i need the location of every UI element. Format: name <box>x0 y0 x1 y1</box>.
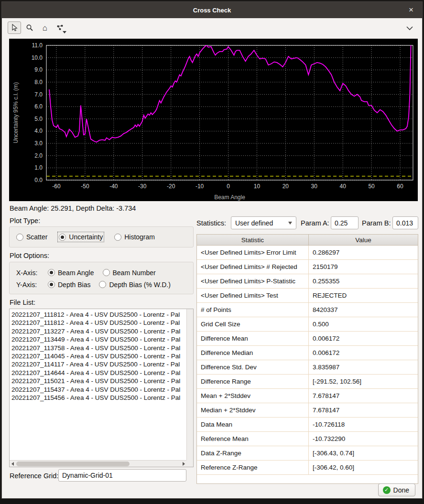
home-icon: ⌂ <box>43 24 47 32</box>
param-a-label: Param A: <box>301 219 329 227</box>
value-cell: 0.286297 <box>309 246 418 259</box>
file-list-item[interactable]: 20221207_114644 - Area 4 - USV DUS2500 -… <box>11 369 186 377</box>
plot-type-label: Plot Type: <box>10 217 40 225</box>
file-list-horizontal-scrollbar[interactable] <box>10 460 186 467</box>
svg-text:-60: -60 <box>52 183 61 190</box>
dropdown-arrow-icon <box>288 222 292 225</box>
value-cell: [-306.43, 0.74] <box>309 446 418 460</box>
file-list-item[interactable]: 20221207_114117 - Area 4 - USV DUS2500 -… <box>11 360 186 368</box>
plot-type-option-histogram[interactable]: Histogram <box>114 233 155 241</box>
value-cell: [-306.42, 0.60] <box>309 461 418 474</box>
statistics-table: Statistic Value <User Defined Limits> Er… <box>196 234 418 484</box>
svg-text:20: 20 <box>283 183 289 190</box>
plot-settings-tool-button[interactable] <box>54 21 67 34</box>
value-cell: REJECTED <box>309 289 418 302</box>
file-list-item[interactable]: 20221207_115021 - Area 4 - USV DUS2500 -… <box>11 377 186 385</box>
statistic-cell: # of Points <box>197 303 309 317</box>
table-row: Difference Range[-291.52, 102.56] <box>197 375 418 389</box>
table-row: <User Defined Limits> P-Statistic0.25535… <box>197 274 418 289</box>
statistic-cell: Difference Range <box>197 375 309 388</box>
y-axis-label: Y-Axis: <box>16 281 40 289</box>
desktop-bottom-strip <box>0 499 424 504</box>
radio-option-label: Histogram <box>124 233 155 241</box>
chart-svg: -60-50-40-30-20-1001020304050600.01.02.0… <box>9 39 418 201</box>
plot-options-label: Plot Options: <box>10 252 49 259</box>
statistic-cell: Mean + 2*Stddev <box>197 389 309 403</box>
svg-text:10: 10 <box>254 183 261 190</box>
done-button[interactable]: ✓ Done <box>378 483 415 496</box>
plot-type-option-scatter[interactable]: Scatter <box>16 233 47 241</box>
radio-unselected-icon <box>103 269 110 276</box>
table-row: <User Defined Limits> TestREJECTED <box>197 289 418 303</box>
value-cell: [-291.52, 102.56] <box>309 375 418 388</box>
file-list-vertical-scrollbar[interactable] <box>186 309 193 460</box>
file-list-item[interactable]: 20221207_111812 - Area 4 - USV DUS2500 -… <box>11 311 186 319</box>
table-row: Difference Median0.006172 <box>197 346 418 360</box>
scroll-left-icon[interactable] <box>10 461 15 467</box>
statistics-dropdown[interactable]: User defined <box>231 216 296 229</box>
plot-options-group: X-Axis: Beam AngleBeam Number Y-Axis: De… <box>9 262 194 294</box>
file-list-item[interactable]: 20221207_111812 - Area 4 - USV DUS2500 -… <box>11 319 186 327</box>
radio-option-label: Uncertainty <box>69 233 103 241</box>
table-row: Data Mean-10.726118 <box>197 418 418 432</box>
file-list-item[interactable]: 20221207_115456 - Area 4 - USV DUS2500 -… <box>11 394 186 402</box>
y-axis-option-depth-bias-w-d[interactable]: Depth Bias (% W.D.) <box>99 281 170 289</box>
chevron-down-icon <box>406 26 413 31</box>
toolbar-overflow-chevron[interactable] <box>406 24 413 32</box>
column-header-value[interactable]: Value <box>309 235 418 245</box>
file-list-item[interactable]: 20221207_115437 - Area 4 - USV DUS2500 -… <box>11 386 186 394</box>
statistic-cell: Grid Cell Size <box>197 317 309 331</box>
dropdown-caret-icon <box>63 31 66 33</box>
table-row: Reference Mean-10.732290 <box>197 432 418 446</box>
svg-text:5.0: 5.0 <box>34 116 43 122</box>
titlebar[interactable]: Cross Check × <box>2 2 422 18</box>
statistic-cell: <User Defined Limits> # Rejected <box>197 260 309 274</box>
pointer-tool-button[interactable] <box>8 21 21 34</box>
reference-grid-input[interactable] <box>58 469 186 482</box>
radio-option-label: Scatter <box>26 233 47 241</box>
file-list-item[interactable]: 20221207_114045 - Area 4 - USV DUS2500 -… <box>11 352 186 360</box>
x-axis-option-beam-angle[interactable]: Beam Angle <box>48 269 94 277</box>
param-b-input[interactable] <box>392 216 418 229</box>
table-row: Data Z-Range[-306.43, 0.74] <box>197 446 418 461</box>
table-row: Difference Mean0.006172 <box>197 332 418 346</box>
toolbar: ⌂ <box>2 18 422 37</box>
close-icon[interactable]: × <box>406 5 416 15</box>
file-list-item[interactable]: 20221207_113758 - Area 4 - USV DUS2500 -… <box>11 344 186 352</box>
svg-text:10.0: 10.0 <box>32 54 43 61</box>
y-axis-option-depth-bias[interactable]: Depth Bias <box>48 281 90 289</box>
plot-type-option-uncertainty[interactable]: Uncertainty <box>59 233 103 241</box>
radio-option-label: Beam Angle <box>58 269 94 277</box>
scroll-right-icon[interactable] <box>181 461 186 467</box>
radio-option-label: Beam Number <box>113 269 156 277</box>
value-cell: 0.006172 <box>309 332 418 345</box>
svg-text:9.0: 9.0 <box>34 66 43 73</box>
reference-grid-label: Reference Grid: <box>10 472 58 480</box>
statistic-cell: Difference Mean <box>197 332 309 345</box>
value-cell: 0.006172 <box>309 346 418 360</box>
table-row: <User Defined Limits> Error Limit0.28629… <box>197 246 418 260</box>
cross-check-dialog: Cross Check × ⌂ <box>1 1 423 499</box>
scrollbar-corner <box>186 460 193 467</box>
file-list-item[interactable]: 20221207_113227 - Area 4 - USV DUS2500 -… <box>11 327 186 335</box>
svg-text:-40: -40 <box>109 183 118 190</box>
uncertainty-plot[interactable]: -60-50-40-30-20-1001020304050600.01.02.0… <box>9 39 418 201</box>
zoom-tool-button[interactable] <box>23 21 36 34</box>
home-tool-button[interactable]: ⌂ <box>38 21 52 34</box>
radio-unselected-icon <box>16 234 23 241</box>
horizontal-scroll-thumb[interactable] <box>16 461 130 466</box>
statistics-table-header: Statistic Value <box>197 235 418 246</box>
statistic-cell: Reference Z-Range <box>197 461 309 474</box>
svg-text:0: 0 <box>227 183 230 190</box>
column-header-statistic[interactable]: Statistic <box>197 235 309 245</box>
file-list[interactable]: 20221207_111812 - Area 4 - USV DUS2500 -… <box>9 309 194 467</box>
file-list-item[interactable]: 20221207_113449 - Area 4 - USV DUS2500 -… <box>11 335 186 343</box>
param-a-input[interactable] <box>331 216 359 229</box>
x-axis-option-beam-number[interactable]: Beam Number <box>103 269 156 277</box>
file-list-label: File List: <box>10 299 35 306</box>
statistic-cell: Median + 2*Stddev <box>197 403 309 417</box>
pointer-icon <box>11 24 18 32</box>
svg-text:Uncertainty 95% c.l. (m): Uncertainty 95% c.l. (m) <box>12 82 19 143</box>
svg-text:-20: -20 <box>167 183 175 190</box>
statistics-dropdown-value: User defined <box>235 219 273 227</box>
